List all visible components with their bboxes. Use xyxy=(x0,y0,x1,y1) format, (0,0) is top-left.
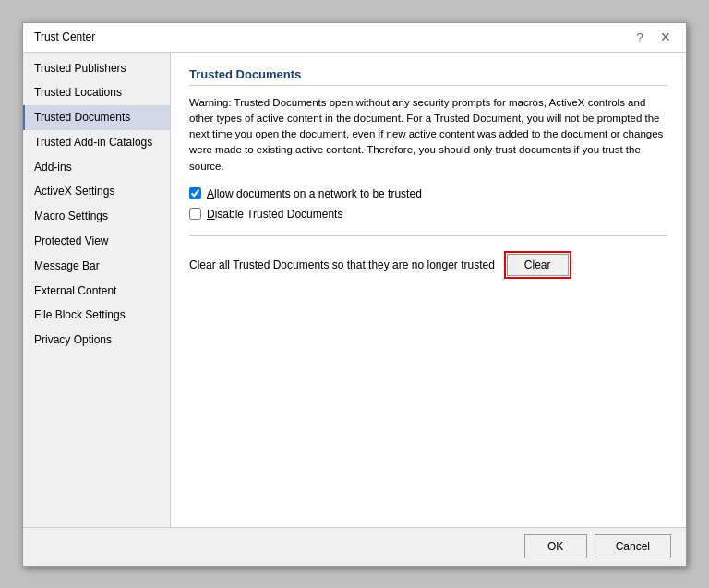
title-bar-controls: ? ✕ xyxy=(631,28,675,46)
section-title: Trusted Documents xyxy=(189,67,667,86)
clear-button-highlight: Clear xyxy=(504,251,571,279)
allow-network-label-text: llow documents on a network to be truste… xyxy=(214,187,422,200)
clear-button[interactable]: Clear xyxy=(507,254,569,276)
sidebar-item-trusted-documents[interactable]: Trusted Documents xyxy=(23,105,170,130)
disable-trusted-label[interactable]: Disable Trusted Documents xyxy=(207,208,342,221)
clear-row: Clear all Trusted Documents so that they… xyxy=(189,251,667,279)
warning-text: Warning: Trusted Documents open without … xyxy=(189,95,667,174)
sidebar-item-add-ins[interactable]: Add-ins xyxy=(23,155,170,180)
dialog-body: Trusted PublishersTrusted LocationsTrust… xyxy=(23,53,686,527)
trust-center-dialog: Trust Center ? ✕ Trusted PublishersTrust… xyxy=(22,22,687,567)
dialog-footer: OK Cancel xyxy=(23,527,686,566)
sidebar-item-macro-settings[interactable]: Macro Settings xyxy=(23,204,170,229)
dialog-title: Trust Center xyxy=(34,30,95,43)
help-button[interactable]: ? xyxy=(631,28,649,46)
main-content: Trusted Documents Warning: Trusted Docum… xyxy=(171,53,686,527)
allow-network-checkbox[interactable] xyxy=(189,187,201,199)
sidebar-item-activex-settings[interactable]: ActiveX Settings xyxy=(23,179,170,204)
disable-trusted-label-text: isable Trusted Documents xyxy=(215,208,343,221)
sidebar-item-trusted-locations[interactable]: Trusted Locations xyxy=(23,80,170,105)
sidebar-item-file-block-settings[interactable]: File Block Settings xyxy=(23,303,170,328)
sidebar-item-external-content[interactable]: External Content xyxy=(23,279,170,304)
sidebar: Trusted PublishersTrusted LocationsTrust… xyxy=(23,53,171,527)
allow-network-label[interactable]: Allow documents on a network to be trust… xyxy=(207,187,422,200)
clear-description: Clear all Trusted Documents so that they… xyxy=(189,258,495,271)
divider xyxy=(189,235,667,236)
sidebar-item-trusted-add-in-catalogs[interactable]: Trusted Add-in Catalogs xyxy=(23,130,170,155)
ok-button[interactable]: OK xyxy=(524,534,587,558)
sidebar-item-trusted-publishers[interactable]: Trusted Publishers xyxy=(23,56,170,81)
cancel-button[interactable]: Cancel xyxy=(595,534,671,558)
sidebar-item-privacy-options[interactable]: Privacy Options xyxy=(23,328,170,353)
disable-trusted-checkbox[interactable] xyxy=(189,208,201,220)
allow-checkbox-row: Allow documents on a network to be trust… xyxy=(189,187,667,200)
close-button[interactable]: ✕ xyxy=(656,28,675,46)
disable-checkbox-row: Disable Trusted Documents xyxy=(189,208,667,221)
sidebar-item-protected-view[interactable]: Protected View xyxy=(23,229,170,254)
sidebar-item-message-bar[interactable]: Message Bar xyxy=(23,254,170,279)
title-bar: Trust Center ? ✕ xyxy=(23,23,686,53)
